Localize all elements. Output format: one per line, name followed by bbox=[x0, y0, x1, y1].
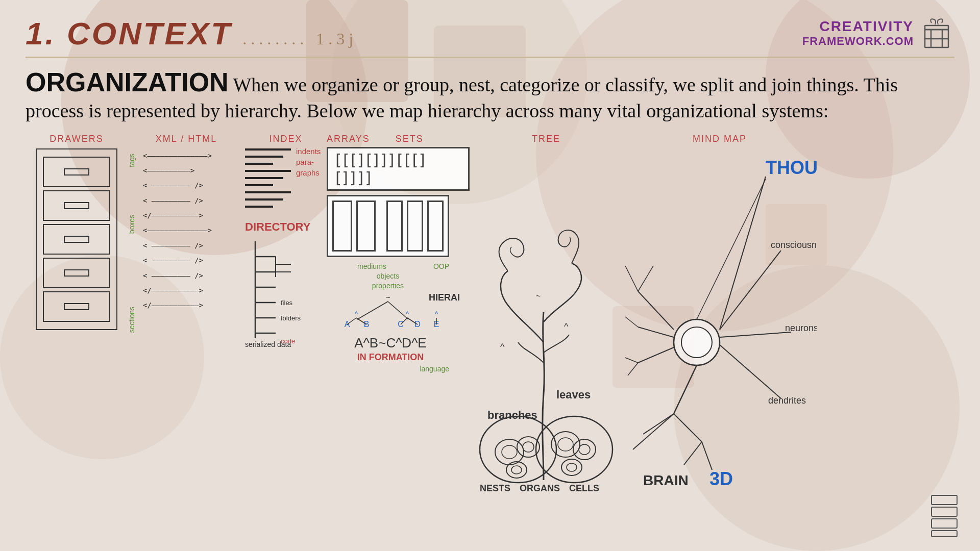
drawers-column: DRAWERS bbox=[26, 134, 128, 330]
xml-line-1: <——————————————> bbox=[143, 148, 245, 163]
tree-label: TREE bbox=[470, 134, 623, 144]
hierarchy-block: mediums OOP objects properties ~ bbox=[327, 262, 470, 373]
directory-label: DIRECTORY bbox=[245, 220, 327, 234]
drawer-handle-5 bbox=[64, 303, 89, 310]
svg-text:~: ~ bbox=[536, 292, 541, 300]
svg-text:^: ^ bbox=[564, 321, 569, 332]
mediums-label: mediums bbox=[357, 262, 386, 270]
graphs-label: graphs bbox=[296, 167, 321, 178]
logo-icon bbox=[919, 15, 954, 51]
grid-box-4 bbox=[407, 201, 423, 252]
svg-line-91 bbox=[625, 266, 638, 291]
index-column: INDEX indents bbox=[245, 134, 327, 348]
svg-line-81 bbox=[674, 365, 697, 414]
bracket-display: [[[][]]][[[][]]]] bbox=[327, 147, 470, 191]
grid-box-3 bbox=[386, 201, 403, 252]
xml-line-2: <——————————> bbox=[143, 163, 245, 178]
grid-box-2 bbox=[356, 201, 376, 252]
svg-line-94 bbox=[625, 317, 638, 327]
svg-point-73 bbox=[681, 327, 712, 358]
index-bar-2 bbox=[245, 156, 283, 158]
mindmap-label: MIND MAP bbox=[623, 134, 817, 144]
mindmap-column: MIND MAP THOUGHT consciousness neurons d… bbox=[623, 134, 817, 518]
svg-point-64 bbox=[561, 459, 582, 475]
svg-point-58 bbox=[511, 466, 522, 474]
svg-line-92 bbox=[638, 266, 653, 291]
xml-lines-3: < ————————— /> < ————————— /> </————————… bbox=[143, 253, 245, 313]
grid-boxes bbox=[327, 195, 449, 257]
title-block: 1. CONTEXT ........ 1.3j bbox=[26, 15, 357, 52]
svg-line-75 bbox=[720, 251, 781, 330]
hier-bot-labels: properties bbox=[327, 282, 449, 290]
svg-text:HIERARCHY: HIERARCHY bbox=[429, 292, 459, 303]
svg-text:3D: 3D bbox=[709, 468, 733, 489]
svg-text:^: ^ bbox=[406, 310, 409, 318]
xml-line-6: <——————————————> bbox=[143, 223, 245, 238]
stack-svg bbox=[929, 493, 960, 539]
svg-text:^: ^ bbox=[435, 310, 438, 318]
svg-text:A^B~C^D^E: A^B~C^D^E bbox=[354, 335, 426, 350]
svg-text:BRAIN: BRAIN bbox=[643, 472, 689, 488]
svg-text:files: files bbox=[281, 299, 293, 307]
index-bar-3 bbox=[245, 163, 273, 165]
drawer-1 bbox=[43, 157, 110, 187]
svg-rect-98 bbox=[932, 495, 957, 505]
xml-line-5: </———————————> bbox=[143, 208, 245, 223]
arrays-column: ARRAYS SETS [[[][]]][[[][]]]] bbox=[327, 134, 470, 373]
page-subtitle: ........ 1.3j bbox=[242, 30, 357, 48]
header: 1. CONTEXT ........ 1.3j CREATIVITY FRAM… bbox=[26, 15, 954, 52]
directory-tree-svg: files folders code bbox=[245, 236, 316, 348]
svg-text:neurons: neurons bbox=[785, 323, 817, 333]
svg-rect-99 bbox=[932, 507, 957, 516]
header-divider bbox=[26, 57, 954, 58]
index-lines-group: indents para- graphs bbox=[245, 148, 327, 213]
svg-line-29 bbox=[357, 302, 388, 319]
index-text-labels: indents para- graphs bbox=[296, 146, 321, 178]
index-bar-1 bbox=[245, 148, 291, 151]
index-label: INDEX bbox=[245, 134, 327, 144]
svg-text:ORGANS: ORGANS bbox=[520, 483, 560, 493]
svg-line-95 bbox=[638, 347, 674, 363]
svg-line-74 bbox=[720, 177, 766, 330]
svg-text:folders: folders bbox=[281, 314, 301, 322]
index-bar-6 bbox=[245, 184, 273, 186]
drawer-4 bbox=[43, 258, 110, 288]
mindmap-svg: THOUGHT consciousness neurons dendrites bbox=[623, 148, 817, 516]
svg-point-65 bbox=[567, 463, 577, 471]
svg-text:branches: branches bbox=[487, 409, 537, 421]
page-title: 1. CONTEXT bbox=[26, 15, 232, 52]
svg-line-86 bbox=[702, 442, 712, 470]
drawer-5 bbox=[43, 291, 110, 322]
svg-text:leaves: leaves bbox=[556, 388, 591, 401]
svg-text:IN FORMATION: IN FORMATION bbox=[357, 352, 424, 362]
svg-text:CELLS: CELLS bbox=[569, 483, 599, 493]
logo-creativity: CREATIVITY bbox=[802, 18, 914, 35]
xml-lines-2: < ————————— /> </———————————> <—————————… bbox=[143, 193, 245, 254]
svg-line-89 bbox=[697, 179, 766, 319]
xml-lines: <——————————————> <——————————> < ————————… bbox=[143, 148, 245, 193]
index-bar-8 bbox=[245, 198, 283, 201]
main-columns: DRAWERS XML / HTML bbox=[26, 134, 954, 518]
svg-point-56 bbox=[523, 442, 534, 452]
svg-point-53 bbox=[495, 439, 524, 465]
drawer-cabinet bbox=[36, 148, 117, 330]
hier-mid-labels: objects bbox=[327, 272, 449, 280]
svg-rect-101 bbox=[932, 531, 957, 537]
xml-boxes-label: boxes bbox=[128, 215, 136, 234]
index-line-bars bbox=[245, 148, 291, 213]
drawers-label: DRAWERS bbox=[26, 134, 128, 144]
objects-label: objects bbox=[377, 272, 399, 280]
index-bar-5 bbox=[245, 177, 283, 179]
grid-box-5 bbox=[427, 201, 444, 252]
drawer-3 bbox=[43, 224, 110, 255]
directory-block: DIRECTORY bbox=[245, 220, 327, 350]
xml-sections-label: sections bbox=[128, 307, 136, 333]
svg-point-62 bbox=[573, 439, 596, 460]
svg-text:THOUGHT: THOUGHT bbox=[766, 157, 817, 178]
index-bar-7 bbox=[245, 191, 291, 193]
svg-point-63 bbox=[579, 444, 590, 455]
svg-text:~: ~ bbox=[385, 293, 390, 302]
hierarchy-tree-area: mediums OOP objects properties ~ bbox=[327, 262, 459, 373]
intro-bold-word: ORGANIZATION bbox=[26, 67, 229, 97]
svg-line-83 bbox=[633, 414, 674, 449]
